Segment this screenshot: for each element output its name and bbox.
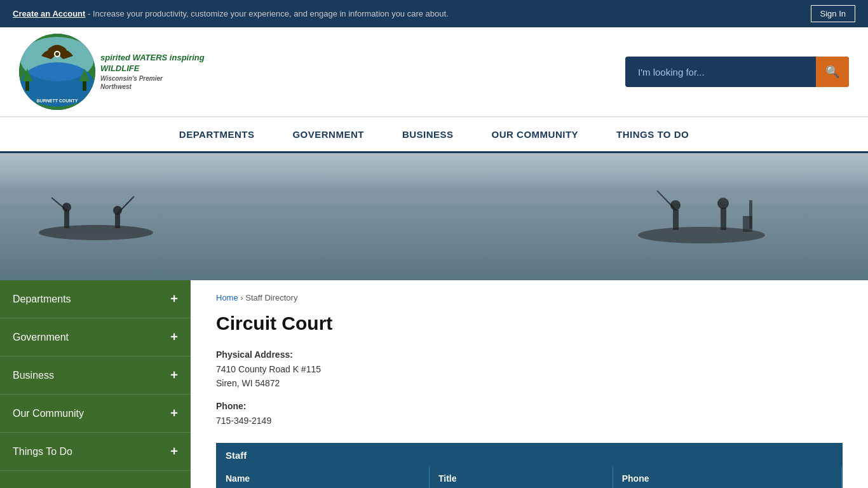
logo-circle: BURNETT COUNTY xyxy=(19,34,95,110)
nav-government[interactable]: GOVERNMENT xyxy=(273,118,383,151)
breadcrumb-home-link[interactable]: Home xyxy=(216,293,238,302)
sidebar-government-label: Government xyxy=(13,332,69,343)
hero-image xyxy=(0,153,868,280)
nav-things-to-do[interactable]: THINGS TO DO xyxy=(597,118,708,151)
sidebar-government-expand-icon: + xyxy=(170,330,178,344)
sidebar-things-to-do-label: Things To Do xyxy=(13,446,72,458)
main-content: Home › Staff Directory Circuit Court Phy… xyxy=(191,280,868,488)
logo-svg: BURNETT COUNTY xyxy=(19,34,95,110)
sidebar-departments-label: Departments xyxy=(13,294,71,305)
search-input[interactable] xyxy=(625,59,816,85)
sidebar-item-departments[interactable]: Departments + xyxy=(0,280,191,318)
breadcrumb-separator: › xyxy=(240,293,243,302)
sidebar-item-things-to-do[interactable]: Things To Do + xyxy=(0,433,191,471)
svg-text:BURNETT COUNTY: BURNETT COUNTY xyxy=(37,98,78,103)
column-header-title: Title xyxy=(429,467,613,488)
sidebar-things-to-do-expand-icon: + xyxy=(170,444,178,459)
column-header-name: Name xyxy=(217,467,429,488)
page-title: Circuit Court xyxy=(216,313,843,334)
breadcrumb-current: Staff Directory xyxy=(245,293,297,302)
address-line2: Siren, WI 54872 xyxy=(216,376,843,390)
sidebar-our-community-label: Our Community xyxy=(13,408,84,419)
sidebar-departments-expand-icon: + xyxy=(170,292,178,306)
phone-value: 715-349-2149 xyxy=(216,414,843,428)
content-area: Departments + Government + Business + Ou… xyxy=(0,280,868,488)
search-area: 🔍 xyxy=(625,57,849,87)
sidebar-business-expand-icon: + xyxy=(170,368,178,383)
nav-departments[interactable]: DEPARTMENTS xyxy=(160,118,274,151)
banner-message: Create an Account - Increase your produc… xyxy=(13,9,449,18)
svg-point-4 xyxy=(55,52,59,56)
staff-table-container: Staff Name Title Phone xyxy=(216,443,843,488)
breadcrumb: Home › Staff Directory xyxy=(216,293,843,302)
search-button[interactable]: 🔍 xyxy=(816,57,849,87)
sidebar: Departments + Government + Business + Ou… xyxy=(0,280,191,488)
phone-section: Phone: 715-349-2149 xyxy=(216,401,843,428)
address-section: Physical Address: 7410 County Road K #11… xyxy=(216,349,843,391)
main-nav: DEPARTMENTS GOVERNMENT BUSINESS OUR COMM… xyxy=(0,117,868,153)
nav-our-community[interactable]: OUR COMMUNITY xyxy=(473,118,598,151)
address-label: Physical Address: xyxy=(216,349,843,360)
sign-in-button[interactable]: Sign In xyxy=(811,5,855,22)
staff-table: Name Title Phone xyxy=(217,467,842,488)
hero-scene xyxy=(0,153,868,280)
logo-tagline: spirited WATERS inspiring WILDLIFE Wisco… xyxy=(100,53,215,91)
column-header-phone: Phone xyxy=(613,467,841,488)
create-account-link[interactable]: Create an Account xyxy=(13,9,85,18)
sidebar-our-community-expand-icon: + xyxy=(170,406,178,421)
nav-business[interactable]: BUSINESS xyxy=(383,118,473,151)
search-icon: 🔍 xyxy=(825,65,839,79)
header: BURNETT COUNTY spirited WATERS inspiring… xyxy=(0,27,868,117)
phone-label: Phone: xyxy=(216,401,843,411)
sidebar-business-label: Business xyxy=(13,370,54,381)
sidebar-item-government[interactable]: Government + xyxy=(0,318,191,356)
logo-area: BURNETT COUNTY spirited WATERS inspiring… xyxy=(19,34,215,110)
top-banner: Create an Account - Increase your produc… xyxy=(0,0,868,27)
staff-section-header: Staff xyxy=(217,444,842,467)
address-line1: 7410 County Road K #115 xyxy=(216,362,843,376)
search-box: 🔍 xyxy=(625,57,849,87)
sidebar-item-business[interactable]: Business + xyxy=(0,356,191,395)
sidebar-item-our-community[interactable]: Our Community + xyxy=(0,395,191,433)
table-header-row: Name Title Phone xyxy=(217,467,842,488)
banner-text: - Increase your productivity, customize … xyxy=(88,9,449,18)
